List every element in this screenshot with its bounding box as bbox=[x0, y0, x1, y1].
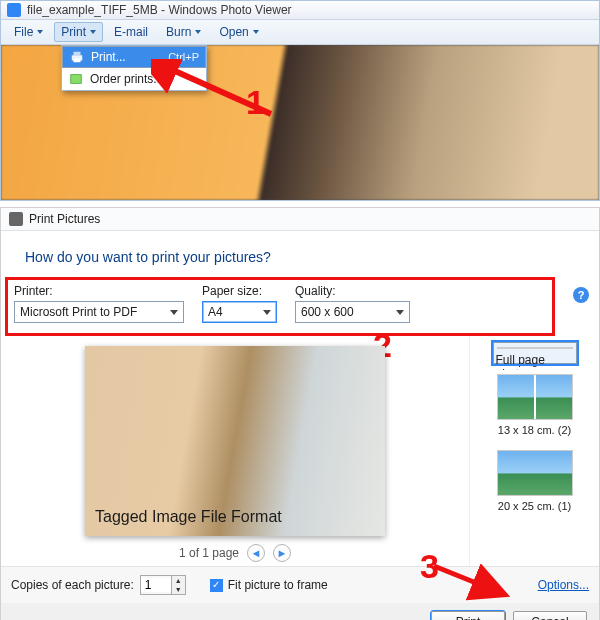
pager-text: 1 of 1 page bbox=[179, 546, 239, 560]
menu-open-label: Open bbox=[219, 25, 248, 39]
menu-item-order-prints[interactable]: Order prints... bbox=[62, 68, 206, 90]
cancel-button-label: Cancel bbox=[531, 615, 568, 620]
dialog-header: How do you want to print your pictures? bbox=[1, 231, 599, 277]
layout-list[interactable]: Full page photo 13 x 18 cm. (2) 20 x 25 … bbox=[469, 336, 599, 566]
stepper-up[interactable]: ▲ bbox=[171, 576, 185, 585]
copies-input[interactable] bbox=[141, 578, 171, 592]
copies-stepper[interactable]: ▲ ▼ bbox=[140, 575, 186, 595]
menu-burn-label: Burn bbox=[166, 25, 191, 39]
chevron-down-icon bbox=[396, 310, 404, 315]
menu-print-label: Print bbox=[61, 25, 86, 39]
menu-file[interactable]: File bbox=[7, 22, 50, 42]
menu-burn[interactable]: Burn bbox=[159, 22, 208, 42]
print-button[interactable]: Print bbox=[431, 611, 505, 620]
menu-email[interactable]: E-mail bbox=[107, 22, 155, 42]
layout-thumb-icon bbox=[497, 374, 573, 420]
menu-item-print[interactable]: Print... Ctrl+P bbox=[62, 46, 206, 68]
svg-rect-2 bbox=[74, 59, 81, 63]
dialog-button-row: Print Cancel bbox=[1, 603, 599, 620]
print-button-label: Print bbox=[456, 615, 481, 620]
printer-icon bbox=[69, 49, 85, 65]
layout-full-page[interactable]: Full page photo bbox=[493, 342, 577, 364]
printer-select[interactable]: Microsoft Print to PDF bbox=[14, 301, 184, 323]
layout-20x25-label: 20 x 25 cm. (1) bbox=[498, 500, 571, 512]
chevron-down-icon bbox=[37, 30, 43, 34]
preview-caption: Tagged Image File Format bbox=[95, 508, 282, 526]
svg-line-5 bbox=[434, 566, 501, 593]
layout-20x25[interactable]: 20 x 25 cm. (1) bbox=[493, 446, 577, 516]
photo-viewer-window: file_example_TIFF_5MB - Windows Photo Vi… bbox=[0, 0, 600, 201]
printer-label: Printer: bbox=[14, 284, 184, 298]
order-prints-icon bbox=[68, 71, 84, 87]
dialog-body: Tagged Image File Format 1 of 1 page ◄ ►… bbox=[1, 336, 599, 566]
menu-item-print-label: Print... bbox=[91, 50, 168, 64]
print-preview-pane: Tagged Image File Format 1 of 1 page ◄ ► bbox=[1, 336, 469, 566]
chevron-down-icon bbox=[195, 30, 201, 34]
chevron-down-icon bbox=[263, 310, 271, 315]
layout-thumb-icon bbox=[497, 450, 573, 496]
print-dropdown-menu: Print... Ctrl+P Order prints... bbox=[61, 45, 207, 91]
paper-size-select[interactable]: A4 bbox=[202, 301, 277, 323]
chevron-down-icon bbox=[253, 30, 259, 34]
annotation-highlight-box: Printer: Microsoft Print to PDF Paper si… bbox=[5, 277, 555, 336]
checkbox-checked-icon: ✓ bbox=[210, 579, 223, 592]
print-pictures-dialog: Print Pictures How do you want to print … bbox=[0, 207, 600, 620]
annotation-arrow-3 bbox=[429, 561, 519, 601]
svg-rect-1 bbox=[74, 52, 81, 56]
stepper-down[interactable]: ▼ bbox=[171, 585, 185, 594]
menu-open[interactable]: Open bbox=[212, 22, 265, 42]
printer-select-value: Microsoft Print to PDF bbox=[20, 305, 137, 319]
fit-to-frame-checkbox[interactable]: ✓ Fit picture to frame bbox=[210, 578, 328, 592]
photo-canvas: Print... Ctrl+P Order prints... 1 bbox=[1, 45, 599, 200]
dialog-title: Print Pictures bbox=[29, 212, 100, 226]
menu-print[interactable]: Print bbox=[54, 22, 103, 42]
layout-13x18-label: 13 x 18 cm. (2) bbox=[498, 424, 571, 436]
quality-select[interactable]: 600 x 600 bbox=[295, 301, 410, 323]
chevron-down-icon bbox=[90, 30, 96, 34]
printer-icon bbox=[9, 212, 23, 226]
app-icon bbox=[7, 3, 21, 17]
pager-prev-button[interactable]: ◄ bbox=[247, 544, 265, 562]
title-bar[interactable]: file_example_TIFF_5MB - Windows Photo Vi… bbox=[1, 1, 599, 20]
paper-size-value: A4 bbox=[208, 305, 223, 319]
options-link[interactable]: Options... bbox=[538, 578, 589, 592]
quality-label: Quality: bbox=[295, 284, 410, 298]
dialog-title-bar[interactable]: Print Pictures bbox=[1, 208, 599, 231]
pager-next-button[interactable]: ► bbox=[273, 544, 291, 562]
copies-label: Copies of each picture: bbox=[11, 578, 134, 592]
stepper-buttons: ▲ ▼ bbox=[171, 576, 185, 594]
menu-bar: File Print E-mail Burn Open bbox=[1, 20, 599, 45]
menu-email-label: E-mail bbox=[114, 25, 148, 39]
cancel-button[interactable]: Cancel bbox=[513, 611, 587, 620]
quality-value: 600 x 600 bbox=[301, 305, 354, 319]
dialog-footer: Copies of each picture: ▲ ▼ ✓ Fit pictur… bbox=[1, 566, 599, 603]
fit-to-frame-label: Fit picture to frame bbox=[228, 578, 328, 592]
layout-13x18[interactable]: 13 x 18 cm. (2) bbox=[493, 370, 577, 440]
window-title: file_example_TIFF_5MB - Windows Photo Vi… bbox=[27, 3, 292, 17]
chevron-down-icon bbox=[170, 310, 178, 315]
menu-file-label: File bbox=[14, 25, 33, 39]
dialog-heading: How do you want to print your pictures? bbox=[25, 249, 575, 265]
menu-item-print-shortcut: Ctrl+P bbox=[168, 51, 199, 63]
help-icon[interactable]: ? bbox=[573, 287, 589, 303]
svg-rect-3 bbox=[71, 75, 82, 84]
menu-item-order-label: Order prints... bbox=[90, 72, 200, 86]
preview-sheet: Tagged Image File Format bbox=[85, 346, 385, 536]
pager: 1 of 1 page ◄ ► bbox=[179, 544, 291, 562]
paper-size-label: Paper size: bbox=[202, 284, 277, 298]
layout-thumb-icon bbox=[497, 347, 573, 349]
